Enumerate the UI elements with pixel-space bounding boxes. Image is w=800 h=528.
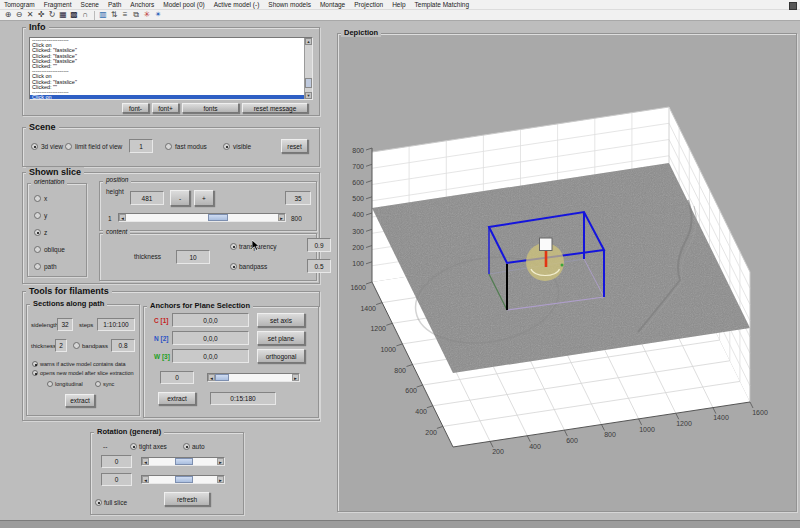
orientation-z-radio[interactable] <box>34 229 41 236</box>
tight-axes-radio[interactable] <box>130 443 137 450</box>
height-minus-button[interactable]: - <box>170 190 190 206</box>
camlight-icon[interactable]: ∩ <box>80 11 90 19</box>
rotation-slider2-track[interactable] <box>149 476 217 483</box>
rotation-value1-field[interactable]: 0 <box>101 455 132 468</box>
copy-icon[interactable]: ⧉ <box>131 11 141 19</box>
full-slice-radio[interactable] <box>95 499 102 506</box>
sidelength-field[interactable]: 32 <box>57 318 73 331</box>
cross-icon[interactable]: ✕ <box>25 11 35 19</box>
refresh-button[interactable]: refresh <box>164 492 210 506</box>
menu-montage[interactable]: Montage <box>320 1 345 8</box>
anchor-slider-track[interactable] <box>215 374 292 381</box>
orientation-path-radio[interactable] <box>34 263 41 270</box>
rotation-slider-1[interactable]: ◄ ► <box>141 457 225 466</box>
sect-bandpass-field[interactable]: 0.8 <box>111 339 135 352</box>
scroll-thumb[interactable] <box>305 78 312 88</box>
height-slider-track[interactable] <box>126 214 278 221</box>
scene-3d-view-radio[interactable] <box>31 143 38 150</box>
pan-icon[interactable]: ✜ <box>36 11 46 19</box>
zoom-out-icon[interactable]: ⊖ <box>14 11 24 19</box>
limit-field-value[interactable]: 1 <box>129 139 153 153</box>
height-slider[interactable]: ◄ ► <box>118 213 286 222</box>
fast-modus-radio[interactable] <box>165 143 172 150</box>
slider-right-arrow-icon[interactable]: ► <box>217 476 224 483</box>
menu-shown-models[interactable]: Shown models <box>268 1 311 8</box>
info-log-listbox[interactable]: -------------------- Click on Clicked: "… <box>29 37 313 100</box>
height-field[interactable]: 481 <box>130 191 164 205</box>
listbox-scrollbar[interactable]: ▲ ▼ <box>304 38 312 99</box>
menu-help[interactable]: Help <box>392 1 405 8</box>
height-plus-button[interactable]: + <box>194 190 214 206</box>
scroll-down-icon[interactable]: ▼ <box>305 92 312 99</box>
scroll-up-icon[interactable]: ▲ <box>305 38 312 45</box>
set-axis-button[interactable]: set axis <box>257 313 305 327</box>
set-plane-button[interactable]: set plane <box>257 331 305 345</box>
menu-active-model[interactable]: Active model (-) <box>214 1 260 8</box>
anchor-slider-thumb[interactable] <box>215 374 229 381</box>
anchor-angle-field[interactable]: 0 <box>160 371 194 384</box>
slider-right-arrow-icon[interactable]: ► <box>292 374 299 381</box>
menu-anchors[interactable]: Anchors <box>130 1 154 8</box>
auto-radio[interactable] <box>183 443 190 450</box>
warn-radio[interactable] <box>32 361 38 367</box>
menu-fragment[interactable]: Fragment <box>44 1 72 8</box>
height-step-field[interactable]: 35 <box>285 191 311 205</box>
visible-radio[interactable] <box>223 143 230 150</box>
transparency-radio[interactable] <box>230 243 237 250</box>
zoom-in-icon[interactable]: ⊕ <box>3 11 13 19</box>
orientation-oblique-radio[interactable] <box>34 246 41 253</box>
height-slider-thumb[interactable] <box>208 214 228 221</box>
slider-left-arrow-icon[interactable]: ◄ <box>119 214 126 221</box>
font-minus-button[interactable]: font- <box>122 103 149 113</box>
font-plus-button[interactable]: font+ <box>152 103 179 113</box>
image-icon[interactable]: ▦ <box>58 11 68 19</box>
anchor-slider[interactable]: ◄ ► <box>207 373 300 382</box>
log-line-selected[interactable]: Click on <box>30 95 312 100</box>
orientation-y-radio[interactable] <box>34 212 41 219</box>
anchor-c-field[interactable]: 0,0,0 <box>172 313 249 327</box>
rotation-slider2-thumb[interactable] <box>175 476 193 483</box>
sect-bandpass-radio[interactable] <box>73 342 80 349</box>
anchor-w-field[interactable]: 0,0,0 <box>172 349 249 363</box>
limit-field-radio[interactable] <box>65 143 72 150</box>
menu-path[interactable]: Path <box>108 1 121 8</box>
steps-field[interactable]: 1:10:100 <box>97 318 135 331</box>
window-corner-icon[interactable] <box>789 2 797 10</box>
menu-model-pool[interactable]: Model pool (0) <box>163 1 205 8</box>
colorbar-icon[interactable]: ▥ <box>98 11 108 19</box>
reset-message-button[interactable]: reset message <box>242 103 308 113</box>
sections-extract-button[interactable]: extract <box>65 394 95 407</box>
tomogram-3d-plot[interactable]: 100 200 300 400 500 600 700 800 1600 140… <box>338 34 794 509</box>
menu-tomogram[interactable]: Tomogram <box>4 1 35 8</box>
menu-template-matching[interactable]: Template Matching <box>415 1 470 8</box>
slider-right-arrow-icon[interactable]: ► <box>217 458 224 465</box>
thickness-field[interactable]: 10 <box>176 250 210 264</box>
menu-scene[interactable]: Scene <box>81 1 99 8</box>
transparency-field[interactable]: 0.9 <box>307 238 331 252</box>
mosaic-icon[interactable]: ≡ <box>120 11 130 19</box>
montage-icon[interactable]: ▩ <box>69 11 79 19</box>
sect-thickness-field[interactable]: 2 <box>55 339 67 352</box>
cube-marker[interactable] <box>540 238 553 251</box>
orientation-x-radio[interactable] <box>34 195 41 202</box>
slider-right-arrow-icon[interactable]: ► <box>278 214 285 221</box>
slider-left-arrow-icon[interactable]: ◄ <box>142 476 149 483</box>
menu-projection[interactable]: Projection <box>354 1 383 8</box>
sync-radio[interactable] <box>95 381 101 387</box>
open-model-radio[interactable] <box>32 370 38 376</box>
anchors-extract-button[interactable]: extract <box>158 392 196 405</box>
scene-reset-button[interactable]: reset <box>281 139 308 153</box>
stretch-icon[interactable]: ⇅ <box>109 11 119 19</box>
molecule-icon[interactable]: ✴ <box>153 11 163 19</box>
anchor-n-field[interactable]: 0,0,0 <box>172 331 249 345</box>
bandpass-field[interactable]: 0.5 <box>307 259 331 273</box>
rotation-slider1-thumb[interactable] <box>175 458 193 465</box>
rotation-slider1-track[interactable] <box>149 458 217 465</box>
longitudinal-radio[interactable] <box>47 381 53 387</box>
rotate-3d-icon[interactable]: ↻ <box>47 11 57 19</box>
orthogonal-button[interactable]: orthogonal <box>257 349 305 363</box>
slider-left-arrow-icon[interactable]: ◄ <box>208 374 215 381</box>
rotation-slider-2[interactable]: ◄ ► <box>141 475 225 484</box>
anchor-range-field[interactable]: 0:15:180 <box>210 392 276 405</box>
scatter-icon[interactable]: ✳ <box>142 11 152 19</box>
